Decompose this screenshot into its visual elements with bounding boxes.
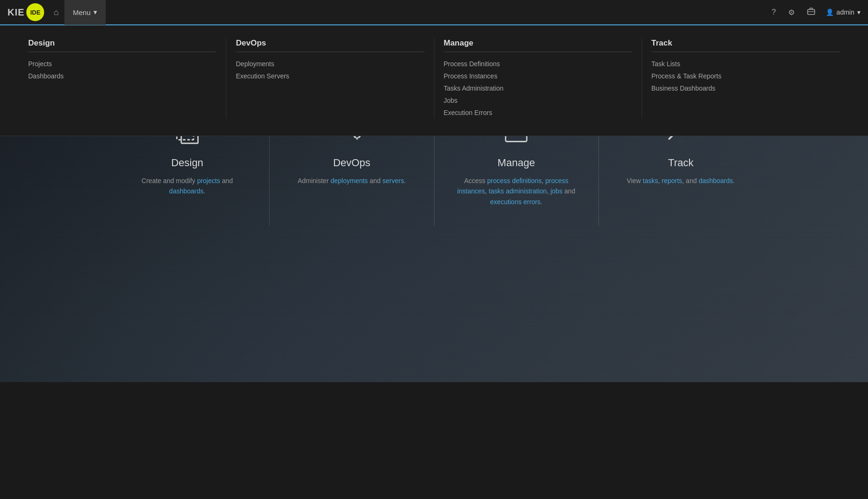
projects-link[interactable]: projects — [197, 177, 220, 184]
tasks-admin-link[interactable]: tasks administration — [488, 187, 547, 195]
user-chevron-icon: ▾ — [857, 8, 860, 16]
menu-section-track: Track Task Lists Process & Task Reports … — [642, 38, 849, 119]
gear-icon: ⚙ — [788, 8, 795, 17]
menu-item-execution-errors[interactable]: Execution Errors — [444, 107, 632, 119]
reports-link[interactable]: reports — [662, 177, 682, 184]
user-menu-button[interactable]: 👤 admin ▾ — [826, 8, 860, 16]
brand: KIE IDE — [8, 3, 44, 21]
menu-item-task-lists[interactable]: Task Lists — [651, 58, 840, 70]
menu-item-business-dashboards[interactable]: Business Dashboards — [651, 82, 840, 94]
kie-logo-text: KIE — [8, 7, 24, 18]
home-button[interactable]: ⌂ — [48, 0, 64, 25]
menu-label: Menu — [73, 8, 91, 16]
manage-card-title: Manage — [497, 157, 535, 169]
design-card-title: Design — [171, 157, 203, 169]
chevron-down-icon: ▾ — [93, 8, 97, 16]
jobs-link[interactable]: jobs — [550, 187, 563, 195]
menu-section-devops: DevOps Deployments Execution Servers — [226, 38, 434, 119]
navbar: KIE IDE ⌂ Menu ▾ ? ⚙ 👤 admin ▾ — [0, 0, 868, 25]
menu-item-execution-servers[interactable]: Execution Servers — [236, 70, 424, 82]
svg-rect-0 — [807, 9, 814, 15]
menu-item-process-definitions[interactable]: Process Definitions — [444, 58, 632, 70]
exec-errors-link[interactable]: executions errors — [490, 198, 540, 206]
briefcase-button[interactable] — [805, 5, 817, 19]
question-icon: ? — [772, 8, 776, 16]
settings-button[interactable]: ⚙ — [786, 6, 797, 19]
menu-item-projects[interactable]: Projects — [28, 58, 217, 70]
dashboards-link[interactable]: dashboards — [169, 187, 203, 195]
menu-track-title: Track — [651, 38, 840, 52]
menu-dropdown: Design Projects Dashboards DevOps Deploy… — [0, 25, 868, 136]
navbar-right: ? ⚙ 👤 admin ▾ — [770, 5, 860, 19]
menu-item-tasks-administration[interactable]: Tasks Administration — [444, 82, 632, 94]
menu-item-dashboards[interactable]: Dashboards — [28, 70, 217, 82]
menu-section-manage: Manage Process Definitions Process Insta… — [434, 38, 642, 119]
menu-section-design: Design Projects Dashboards — [19, 38, 226, 119]
deployments-link[interactable]: deployments — [331, 177, 368, 184]
home-icon: ⌂ — [54, 8, 59, 17]
track-card-title: Track — [668, 157, 693, 169]
menu-item-jobs[interactable]: Jobs — [444, 94, 632, 107]
track-card-desc: View tasks, reports, and dashboards. — [627, 176, 735, 186]
menu-manage-title: Manage — [444, 38, 632, 52]
briefcase-icon — [807, 7, 815, 17]
proc-def-link[interactable]: process definitions — [487, 177, 542, 184]
menu-button[interactable]: Menu ▾ — [64, 0, 106, 25]
menu-item-deployments[interactable]: Deployments — [236, 58, 424, 70]
menu-item-process-task-reports[interactable]: Process & Task Reports — [651, 70, 840, 82]
menu-design-title: Design — [28, 38, 217, 52]
username-label: admin — [837, 8, 854, 16]
menu-devops-title: DevOps — [236, 38, 424, 52]
menu-item-process-instances[interactable]: Process Instances — [444, 70, 632, 82]
servers-link[interactable]: servers — [382, 177, 404, 184]
devops-card-title: DevOps — [333, 157, 370, 169]
devops-card-desc: Administer deployments and servers. — [298, 176, 406, 186]
tasks-link[interactable]: tasks — [643, 177, 658, 184]
track-dashboards-link[interactable]: dashboards — [698, 177, 733, 184]
design-card-desc: Create and modify projects and dashboard… — [124, 176, 250, 197]
manage-card-desc: Access process definitions, process inst… — [453, 176, 580, 207]
ide-badge: IDE — [26, 3, 44, 21]
help-button[interactable]: ? — [770, 6, 778, 18]
user-icon: 👤 — [826, 8, 834, 16]
